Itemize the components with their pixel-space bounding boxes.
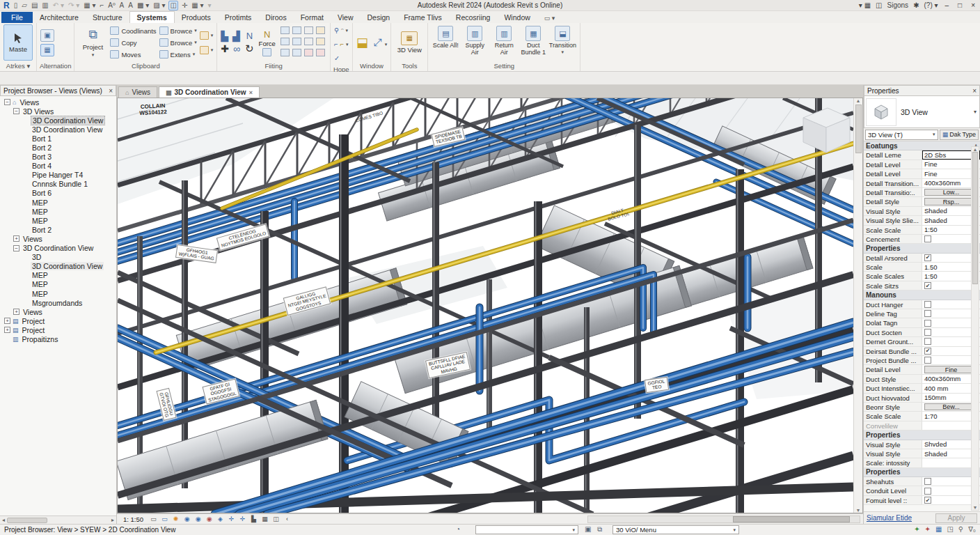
type-selector[interactable]: 3D View ▾ (864, 96, 980, 128)
checkbox-unchecked[interactable] (924, 301, 931, 308)
project-browser-header[interactable]: Project Browser - Views (Views) × (0, 85, 116, 96)
measure-icon[interactable]: ⌐ (99, 1, 104, 10)
fitting-icon-3[interactable] (304, 26, 313, 34)
viewbar-shadows-a-icon[interactable]: ◉ (182, 515, 191, 523)
force-icon[interactable]: N (264, 29, 270, 40)
force-label[interactable]: Force (259, 40, 276, 47)
undo-icon[interactable]: ↶ ▾ (52, 1, 65, 10)
clipboard-extra-icon-2[interactable]: ▾ (200, 44, 214, 56)
checkbox-unchecked[interactable] (924, 338, 931, 345)
browser-tree-item[interactable]: MEP (0, 216, 116, 225)
modify-selector-icon[interactable]: ▭ ▾ (542, 13, 558, 23)
link-icon[interactable]: ⧉ (597, 525, 602, 534)
close-button[interactable]: × (969, 1, 977, 9)
fitting-icon-5[interactable] (280, 38, 290, 45)
setting-button-supply-air[interactable]: ▥Supply Air (461, 24, 489, 61)
trim-icon[interactable]: ▙ (221, 31, 228, 42)
setting-button-transition[interactable]: ⬓Transition▾ (548, 24, 576, 61)
hope-tool-1[interactable]: ⚲ᵔ▾ (334, 24, 349, 36)
view-layout-icon[interactable]: ▾ ▦ (859, 1, 871, 9)
split-icon[interactable]: N (246, 31, 253, 41)
browser-tree-item[interactable]: 3D (0, 253, 116, 262)
viewbar-sun-path-icon[interactable]: ✺ (171, 515, 180, 523)
menu-tab-recosriing[interactable]: Recosriing (449, 12, 498, 23)
group-label-atrkes[interactable]: Atrkes ▾ (0, 62, 36, 71)
browser-tree-item[interactable]: Pipe Hanger T4 (0, 171, 116, 180)
modify-button[interactable]: Maste (3, 24, 33, 61)
fitting-icon-1[interactable] (280, 26, 290, 34)
checkbox-unchecked[interactable] (924, 478, 931, 485)
sync-icon[interactable]: ✛ (181, 1, 188, 10)
select-pinned-icon[interactable]: ⚲ (958, 525, 963, 533)
collaborate-icon[interactable]: ◫ (168, 1, 177, 10)
browser-tree-item[interactable]: −3D Views (0, 107, 116, 116)
viewbar-worksharing-icon[interactable]: ▙ (249, 515, 258, 523)
view-scale-label[interactable]: 1: 1:50 (120, 515, 147, 523)
drawing-canvas[interactable]: COLLAINWS104122COMES TIBOSPIDÈMASETEXSIO… (117, 98, 863, 513)
select-underlay-icon[interactable]: ◳ (947, 525, 953, 533)
press-drag-icon[interactable]: ✦ (925, 525, 931, 533)
menu-tab-diroos[interactable]: Diroos (258, 12, 293, 23)
properties-header[interactable]: Properties × (864, 85, 980, 96)
browser-tree-item[interactable]: Bort 2 (0, 225, 116, 234)
fitting-icon-7[interactable] (304, 38, 313, 45)
viewbar-crop-view-icon[interactable]: ▭ (149, 515, 158, 523)
tile-windows-icon[interactable]: ⤢ ▾ (374, 36, 388, 49)
3d-view-button[interactable]: ▦ 3D View (395, 24, 424, 61)
checkbox-unchecked[interactable] (924, 357, 931, 364)
properties-section-header[interactable]: Properties∧ (864, 244, 980, 253)
clipboard-dropdown-browce-1[interactable]: Browce▾ (159, 37, 197, 49)
browser-tree-item[interactable]: 3D Coordination View (0, 262, 116, 271)
project-browser-close-icon[interactable]: × (109, 87, 113, 95)
qat-overflow-icon[interactable]: ▾ (207, 1, 212, 10)
scroll-right-icon[interactable]: ▸ (109, 517, 116, 523)
minimize-button[interactable]: – (943, 1, 951, 9)
browser-tree-item[interactable]: MEP (0, 207, 116, 216)
browser-tree-item[interactable]: MEP (0, 271, 116, 280)
cascade-windows-icon[interactable]: ⬓ (356, 35, 368, 50)
browser-tree-item[interactable]: MEP (0, 280, 116, 289)
browser-tree-item[interactable]: Bort 3 (0, 153, 116, 162)
schedule-icon[interactable]: ▦ ▾ (191, 1, 204, 10)
menu-tab-file[interactable]: File (1, 12, 33, 23)
browser-tree-item[interactable]: Bort 6 (0, 189, 116, 198)
menu-tab-structure[interactable]: Structure (86, 12, 129, 23)
properties-help-link[interactable]: Siamular Etide (867, 514, 912, 522)
aligned-dimension-icon[interactable]: Aº (107, 1, 116, 10)
clipboard-dropdown-browce-0[interactable]: Browce▾ (159, 25, 197, 37)
apply-button[interactable]: Apply (935, 513, 977, 523)
scroll-down-icon[interactable]: ▼ (856, 508, 861, 513)
checkbox-unchecked[interactable] (924, 320, 931, 327)
property-value-button[interactable]: Bew... (924, 403, 978, 411)
properties-section-header[interactable]: Manouns∧ (864, 290, 980, 300)
browser-tree-item[interactable]: MEP (0, 198, 116, 207)
properties-section-header[interactable]: Properties∧ (864, 431, 980, 440)
fitting-icon-9[interactable] (280, 49, 290, 56)
viewbar-pin-a-icon[interactable]: ✛ (227, 515, 236, 523)
offset-icon[interactable]: ▟ (232, 31, 240, 42)
browser-tree-item[interactable]: −⌂Views (0, 98, 116, 107)
fitting-icon-2[interactable] (292, 26, 301, 34)
viewbar-pin-b-icon[interactable]: ✛ (238, 515, 247, 523)
scroll-up-icon[interactable]: ▲ (973, 147, 978, 152)
menu-tab-format[interactable]: Format (294, 12, 331, 23)
browser-tree-item[interactable]: +Views (0, 307, 116, 316)
checkbox-checked[interactable]: ✔ (924, 497, 931, 504)
browser-tree-item[interactable]: 3D Coordination View (0, 125, 116, 134)
fitting-icon-12[interactable] (316, 49, 325, 56)
checkbox-checked[interactable]: ✔ (924, 282, 931, 289)
restore-button[interactable]: □ (956, 1, 964, 9)
signin-label[interactable]: Sigons (887, 1, 909, 9)
open-file-icon[interactable]: ▱ (21, 1, 28, 10)
properties-vscrollbar[interactable]: ▲ ▼ (971, 146, 979, 511)
browser-tree-item[interactable]: +Views (0, 234, 116, 243)
property-value-button[interactable]: Fine (924, 366, 978, 373)
project-button[interactable]: ⧉ Project▾ (78, 24, 107, 61)
rotate-icon[interactable]: ↻ (245, 42, 254, 55)
hope-tool-3[interactable]: ✓ (334, 52, 349, 64)
setting-button-duct-bundle-1[interactable]: ▦Duct Bundle 1 (519, 24, 547, 61)
fitting-icon-6[interactable] (292, 38, 301, 45)
fitting-icon-11[interactable] (304, 49, 313, 56)
exclude-options-icon[interactable]: ✦ (914, 525, 919, 533)
checkbox-unchecked[interactable] (924, 329, 931, 336)
